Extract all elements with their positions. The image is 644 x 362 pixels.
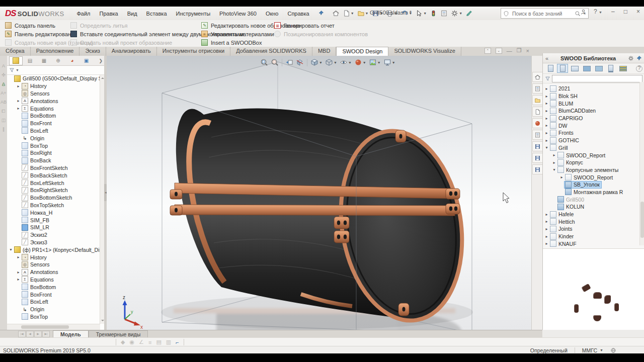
zoom-to-fit-icon[interactable]: ▼ bbox=[260, 58, 269, 67]
note-tool-icon[interactable]: A bbox=[1, 63, 7, 69]
swood-filter-funnel-icon[interactable] bbox=[545, 76, 550, 81]
globe-icon[interactable] bbox=[610, 347, 616, 353]
command-tab[interactable]: SOLIDWORKS Visualize bbox=[388, 47, 461, 56]
tree-item[interactable]: Sensors bbox=[7, 90, 100, 98]
home-button[interactable]: ▼ bbox=[331, 9, 341, 18]
command-tab[interactable]: Добавления SOLIDWORKS bbox=[230, 47, 312, 56]
library-tree-item[interactable]: SB_Уголок bbox=[543, 181, 644, 189]
model-view-tab[interactable]: Трехмерные виды bbox=[89, 330, 148, 338]
tree-item[interactable]: SIM_LR bbox=[7, 224, 100, 231]
tab-swood[interactable]: ▣ bbox=[79, 56, 93, 65]
tree-item[interactable]: BoxFront bbox=[7, 291, 100, 298]
pin-menu-icon[interactable] bbox=[318, 9, 324, 18]
doc-restore-button[interactable]: ❐ bbox=[517, 47, 522, 54]
task-appearances-icon[interactable] bbox=[532, 118, 543, 128]
tree-item[interactable]: SIM_FB bbox=[7, 216, 100, 224]
library-tree-item[interactable]: Grill500 bbox=[543, 196, 644, 203]
tree-item[interactable]: Эскиз3 bbox=[7, 239, 100, 246]
swood-view-solid-icon[interactable] bbox=[581, 64, 592, 73]
tree-item[interactable]: Эскиз2 bbox=[7, 231, 100, 239]
task-home-icon[interactable] bbox=[532, 72, 543, 82]
tab-nav-button[interactable]: |◀ bbox=[18, 331, 26, 337]
menu-item[interactable]: Окно bbox=[262, 9, 282, 18]
open-button[interactable]: ▼ bbox=[356, 9, 370, 18]
tree-item[interactable]: BoxRightSketch bbox=[7, 187, 100, 194]
spellcheck-tool-icon[interactable]: A̲ bbox=[1, 81, 7, 87]
tree-item[interactable]: ▸ Equations bbox=[7, 276, 100, 284]
task-design-library-icon[interactable] bbox=[532, 83, 543, 94]
graphics-viewport[interactable]: z x y ▼▼▼▼▼▼▼▼▼▼ bbox=[107, 56, 531, 330]
hide-show-icon[interactable]: ▼ bbox=[339, 58, 352, 67]
lines-tool-icon[interactable]: ≡ bbox=[148, 339, 151, 345]
grill-model[interactable] bbox=[170, 109, 475, 330]
tree-item[interactable]: ▸ History bbox=[7, 253, 100, 261]
swood-capture-button[interactable]: ▼ bbox=[464, 9, 474, 18]
tree-item[interactable]: BoxBottom bbox=[7, 112, 100, 120]
ribbon-command[interactable]: Генерировать отчет bbox=[274, 21, 368, 30]
tab-dimxpert[interactable]: ⊕ bbox=[51, 56, 65, 65]
doc-minimize-button[interactable]: — bbox=[507, 48, 512, 54]
tree-vertical-scrollbar[interactable] bbox=[100, 75, 104, 324]
tree-item[interactable]: BoxFront bbox=[7, 120, 100, 127]
select-tool-button[interactable]: ▼ bbox=[414, 9, 428, 18]
library-tree-item[interactable]: ▸ Fronts bbox=[543, 129, 644, 137]
swood-view-edge-icon[interactable] bbox=[593, 64, 604, 73]
tree-item[interactable]: Ножка_H bbox=[7, 209, 100, 216]
filter-funnel-icon[interactable] bbox=[9, 67, 15, 73]
tab-configurations[interactable]: ▦ bbox=[37, 56, 51, 65]
menu-item[interactable]: Вид bbox=[124, 9, 141, 18]
tree-item[interactable]: BoxLeft bbox=[7, 298, 100, 306]
tree-item[interactable]: BoxLeftSketch bbox=[7, 179, 100, 187]
menu-item[interactable]: PhotoView 360 bbox=[216, 9, 260, 18]
swood-settings-icon[interactable] bbox=[628, 55, 634, 61]
section-view-icon[interactable]: ▼ bbox=[295, 58, 304, 67]
library-tree-item[interactable]: ▸ Hettich bbox=[543, 218, 644, 225]
ribbon-command[interactable]: Позиционирования компонентов bbox=[274, 30, 368, 38]
doc-close-button[interactable]: × bbox=[526, 48, 529, 54]
library-tree-item[interactable]: ▸ Kinder bbox=[543, 233, 644, 240]
file-properties-button[interactable]: ▼ bbox=[439, 9, 449, 18]
swood-scrollbar[interactable] bbox=[639, 82, 644, 245]
format-painter-icon[interactable]: A+ bbox=[1, 90, 7, 96]
new-document-button[interactable]: ▼ bbox=[342, 9, 355, 18]
collapse-down-icon[interactable]: ⌄ bbox=[496, 48, 502, 54]
task-swood-report-icon[interactable] bbox=[532, 164, 543, 174]
task-swood-box-icon[interactable] bbox=[532, 153, 543, 163]
menu-item[interactable]: Справка bbox=[284, 9, 312, 18]
swood-view-corner-icon[interactable] bbox=[605, 64, 616, 73]
tree-item[interactable]: Origin bbox=[7, 134, 100, 142]
shaded-tool-icon[interactable]: ◉ bbox=[129, 339, 134, 345]
rebuild-button[interactable]: ▼ bbox=[429, 9, 438, 18]
measure-tool-icon[interactable]: ∠ bbox=[139, 339, 144, 345]
tree-item[interactable]: BoxRight bbox=[7, 149, 100, 157]
tree-item[interactable]: Grill500 (G500<Default_Display State-1>) bbox=[7, 75, 100, 82]
view-settings-icon[interactable]: ▼ bbox=[383, 58, 396, 67]
swood-view-panels-icon[interactable] bbox=[545, 64, 556, 73]
filter-caret[interactable]: ▼ bbox=[16, 68, 19, 72]
model-view-tab[interactable]: Модель bbox=[53, 330, 89, 338]
tree-item[interactable]: ▸ Annotations bbox=[7, 268, 100, 276]
view-orientation-icon[interactable]: ▼ bbox=[310, 58, 323, 67]
tree-item[interactable]: ▸ Annotations bbox=[7, 97, 100, 105]
command-tab[interactable]: Сборка bbox=[0, 47, 31, 56]
apply-scene-icon[interactable]: ▼ bbox=[368, 58, 381, 67]
tree-item[interactable]: Origin bbox=[7, 306, 100, 313]
tree-item[interactable]: ▾ (ф) PR1<1> (Корпус<Default_Display St bbox=[7, 246, 100, 253]
command-tab[interactable]: Эскиз bbox=[79, 47, 106, 56]
table-tool-icon[interactable]: ◫ bbox=[1, 117, 7, 123]
corner-snap-tool-icon[interactable]: ⌐ bbox=[176, 339, 179, 345]
tree-item[interactable]: BoxTop bbox=[7, 313, 100, 321]
tabs-overflow-icon[interactable]: ❯ bbox=[99, 58, 103, 63]
command-tab[interactable]: Инструменты отрисовки bbox=[157, 47, 230, 56]
task-swood-library-icon[interactable] bbox=[532, 141, 543, 151]
tree-item[interactable]: BoxBottom bbox=[7, 283, 100, 291]
library-tree-item[interactable]: Монтажная рамка R bbox=[543, 189, 644, 196]
panel-pin-icon[interactable] bbox=[636, 55, 642, 61]
library-tree-item[interactable]: KOLUN bbox=[543, 203, 644, 211]
tree-item[interactable]: BoxLeft bbox=[7, 127, 100, 135]
menu-item[interactable]: Вставка bbox=[143, 9, 171, 18]
tree-item[interactable]: BoxBackSketch bbox=[7, 171, 100, 179]
library-tree-item[interactable]: ▸ Blok SH bbox=[543, 93, 644, 100]
balloon-tool-icon[interactable]: ✣ bbox=[1, 72, 7, 78]
swood-view-frames-icon[interactable] bbox=[557, 64, 568, 73]
